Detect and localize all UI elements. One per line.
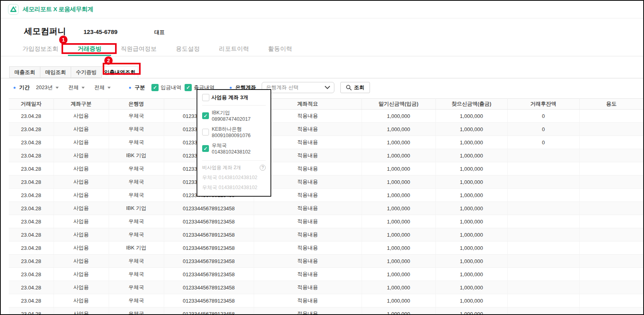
table-cell xyxy=(507,255,579,268)
type-label: 구분 xyxy=(135,84,145,91)
table-cell: IBK 기업 xyxy=(109,149,164,162)
table-cell: 1,000,000 xyxy=(435,110,507,123)
table-cell xyxy=(507,215,579,228)
type-option-checkbox[interactable]: ✓입금내역 xyxy=(151,84,181,91)
sub-tab-1[interactable]: 매입조회 xyxy=(40,66,71,78)
business-number: 123-45-6789 xyxy=(83,28,117,35)
table-cell: 1,000,000 xyxy=(362,123,435,136)
dropdown-account-option[interactable]: ✓우체국 01438102438102 xyxy=(202,142,266,155)
table-cell xyxy=(507,294,579,307)
table-cell: 사업용 xyxy=(54,228,109,241)
table-cell: 1,000,000 xyxy=(435,294,507,307)
table-cell: IBK 기업 xyxy=(109,202,164,215)
table-cell: 1,000,000 xyxy=(362,189,435,202)
table-cell: 1,000,000 xyxy=(435,136,507,149)
checkbox-icon[interactable] xyxy=(202,94,209,101)
table-cell xyxy=(579,241,643,255)
period-label: 기간 xyxy=(19,84,30,91)
dropdown-account-option[interactable]: KEB하나은행 80091080091076 xyxy=(202,126,266,138)
bullet-icon xyxy=(14,87,16,89)
table-cell: 적용내용 xyxy=(254,228,362,241)
sub-tab-2[interactable]: 수기증빙 xyxy=(71,66,102,78)
dropdown-account-option-disabled: 우체국 01438102438102 xyxy=(202,184,266,191)
table-cell: 23.04.28 xyxy=(9,294,54,307)
dropdown-account-option[interactable]: ✓IBK기업 08908747402017 xyxy=(202,110,266,122)
table-cell: 사업용 xyxy=(54,294,109,307)
table-cell: 사업용 xyxy=(54,175,109,189)
table-cell: 012334456789123458 xyxy=(164,294,254,307)
table-cell: 1,000,000 xyxy=(362,255,435,268)
table-cell: 1,000,000 xyxy=(362,307,435,315)
table-cell xyxy=(579,110,643,123)
table-row: 23.04.28사업용IBK 기업012334456789123458적용내용1… xyxy=(9,202,643,215)
table-cell: 우체국 xyxy=(109,110,164,123)
table-row: 23.04.28사업용우체국012334456789123458적용내용1,00… xyxy=(9,268,643,281)
table-cell: 23.04.28 xyxy=(9,255,54,268)
annotation-badge-step2: 2 xyxy=(104,56,113,65)
period-to-select[interactable]: 전체 xyxy=(94,84,111,91)
column-header: 맡기신금액(입금) xyxy=(362,99,435,110)
table-cell: 012334456789123458 xyxy=(164,228,254,241)
search-icon xyxy=(346,85,352,90)
main-tab-3[interactable]: 용도설정 xyxy=(166,42,209,56)
table-cell: 사업용 xyxy=(54,202,109,215)
help-icon[interactable]: ? xyxy=(260,165,266,171)
table-cell: 사업용 xyxy=(54,241,109,255)
sub-tab-0[interactable]: 매출조회 xyxy=(9,66,40,78)
table-cell: 우체국 xyxy=(109,294,164,307)
brand-logo-icon xyxy=(8,4,19,15)
main-tab-2[interactable]: 직원급여정보 xyxy=(111,42,166,56)
table-cell: 23.04.28 xyxy=(9,228,54,241)
table-cell xyxy=(507,162,579,175)
search-button[interactable]: 조회 xyxy=(340,82,370,93)
table-cell xyxy=(507,268,579,281)
table-cell: 우체국 xyxy=(109,136,164,149)
table-cell: 1,000,000 xyxy=(362,294,435,307)
table-cell xyxy=(507,228,579,241)
main-tab-0[interactable]: 가입정보조회 xyxy=(13,42,68,56)
table-cell: 23.04.28 xyxy=(9,241,54,255)
checkbox-icon[interactable] xyxy=(202,129,209,136)
table-cell: 1,000,000 xyxy=(435,123,507,136)
main-tab-1[interactable]: 거래증빙 xyxy=(68,42,111,56)
table-cell: 사업용 xyxy=(54,162,109,175)
bank-account-dropdown-panel: 사업용 계좌 3개 ✓IBK기업 08908747402017KEB하나은행 8… xyxy=(197,89,271,197)
table-cell: 1,000,000 xyxy=(362,281,435,294)
bullet-icon xyxy=(230,87,232,89)
table-cell: 23.04.28 xyxy=(9,202,54,215)
table-header-row: 거래일자계좌구분은행명계좌적요맡기신금액(입금)찾으신금액(출금)거래후잔액용도 xyxy=(9,99,643,110)
main-tab-4[interactable]: 리포트이력 xyxy=(209,42,258,56)
dropdown-account-option-disabled: 우체국 01438102438102 xyxy=(202,174,266,181)
main-tab-5[interactable]: 활동이력 xyxy=(258,42,302,56)
transactions-table-container: 거래일자계좌구분은행명계좌적요맡기신금액(입금)찾으신금액(출금)거래후잔액용도… xyxy=(9,98,643,315)
checkbox-icon[interactable]: ✓ xyxy=(151,84,159,91)
filter-bar: 기간 2023년 전체 전체 구분 ✓입금내역✓출금내역 은행계좌 은행계좌 선… xyxy=(14,82,643,93)
checkbox-icon[interactable]: ✓ xyxy=(185,84,192,91)
table-cell: 1,000,000 xyxy=(435,149,507,162)
period-from-select[interactable]: 전체 xyxy=(68,84,85,91)
table-row: 23.04.28사업용IBK 기업012334456789123458적용내용1… xyxy=(9,149,643,162)
table-cell: 적용내용 xyxy=(254,215,362,228)
table-cell: 적용내용 xyxy=(254,241,362,255)
table-cell: 23.04.28 xyxy=(9,110,54,123)
table-cell: 1,000,000 xyxy=(435,307,507,315)
table-cell: 1,000,000 xyxy=(362,215,435,228)
chevron-down-icon xyxy=(56,87,59,89)
table-cell: 1,000,000 xyxy=(362,162,435,175)
checkbox-icon[interactable]: ✓ xyxy=(202,145,209,152)
sub-tab-3[interactable]: 입출내역조회 xyxy=(101,66,138,78)
company-info: 세모컴퍼니 123-45-6789 대표 xyxy=(24,26,643,37)
table-cell xyxy=(579,307,643,315)
checkbox-icon[interactable]: ✓ xyxy=(202,112,209,119)
table-cell xyxy=(579,189,643,202)
table-cell: 적용내용 xyxy=(254,255,362,268)
bank-account-select[interactable]: 은행계좌 선택 xyxy=(262,82,334,93)
table-cell: 우체국 xyxy=(109,162,164,175)
table-cell: 012334456789123458 xyxy=(164,202,254,215)
table-cell xyxy=(507,281,579,294)
representative-label: 대표 xyxy=(154,29,165,36)
business-accounts-group-checkbox[interactable]: 사업용 계좌 3개 xyxy=(202,94,266,106)
year-select[interactable]: 2023년 xyxy=(36,84,59,91)
table-cell: 우체국 xyxy=(109,255,164,268)
table-cell: 사업용 xyxy=(54,123,109,136)
